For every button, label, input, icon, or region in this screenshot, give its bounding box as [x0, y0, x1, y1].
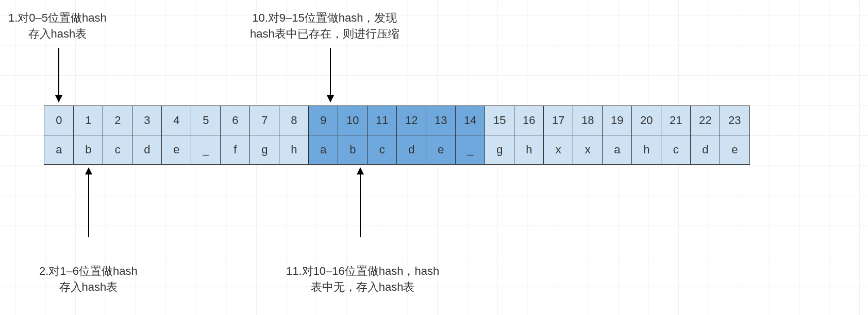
index-cell: 14	[455, 106, 486, 135]
annotation-10: 10.对9–15位置做hash，发现 hash表中已存在，则进行压缩	[250, 10, 399, 42]
index-cell: 7	[249, 106, 280, 135]
char-cell: h	[514, 135, 544, 165]
index-cell: 10	[338, 106, 368, 135]
hash-table: 01234567891011121314151617181920212223 a…	[44, 106, 749, 164]
char-cell: d	[132, 135, 162, 165]
index-cell: 9	[308, 106, 339, 135]
index-cell: 20	[631, 106, 662, 135]
index-cell: 17	[543, 106, 574, 135]
arrow-10	[330, 48, 331, 102]
arrow-11	[360, 168, 361, 237]
index-cell: 23	[720, 106, 750, 135]
index-cell: 18	[573, 106, 603, 135]
index-cell: 1	[73, 106, 104, 135]
char-cell: a	[602, 135, 632, 165]
annotation-10-line2: hash表中已存在，则进行压缩	[250, 26, 399, 42]
char-cell: g	[249, 135, 280, 165]
char-cell: c	[103, 135, 133, 165]
annotation-1: 1.对0–5位置做hash 存入hash表	[8, 10, 107, 42]
char-cell: e	[161, 135, 192, 165]
index-cell: 6	[220, 106, 251, 135]
index-cell: 2	[103, 106, 133, 135]
char-cell: b	[338, 135, 368, 165]
index-cell: 13	[426, 106, 456, 135]
char-cell: d	[690, 135, 721, 165]
annotation-1-line1: 1.对0–5位置做hash	[8, 10, 107, 26]
index-cell: 3	[132, 106, 162, 135]
index-cell: 21	[661, 106, 691, 135]
char-cell: e	[720, 135, 750, 165]
char-cell: c	[367, 135, 397, 165]
char-cell: h	[279, 135, 309, 165]
char-cell: d	[396, 135, 427, 165]
index-cell: 12	[396, 106, 427, 135]
char-cell: a	[44, 135, 74, 165]
index-cell: 15	[485, 106, 515, 135]
index-cell: 4	[161, 106, 192, 135]
annotation-10-line1: 10.对9–15位置做hash，发现	[250, 10, 399, 26]
index-cell: 22	[690, 106, 721, 135]
char-cell: a	[308, 135, 339, 165]
char-cell: x	[543, 135, 574, 165]
char-cell: h	[631, 135, 662, 165]
index-cell: 16	[514, 106, 544, 135]
char-cell: b	[73, 135, 104, 165]
char-cell: _	[191, 135, 221, 165]
index-cell: 8	[279, 106, 309, 135]
char-cell: c	[661, 135, 691, 165]
annotation-2-line2: 存入hash表	[39, 279, 138, 295]
arrow-2	[88, 168, 89, 237]
annotation-1-line2: 存入hash表	[8, 26, 107, 42]
char-cell: g	[485, 135, 515, 165]
index-row: 01234567891011121314151617181920212223	[44, 106, 749, 135]
char-cell: x	[573, 135, 603, 165]
index-cell: 11	[367, 106, 397, 135]
char-cell: _	[455, 135, 486, 165]
annotation-11-line2: 表中无，存入hash表	[286, 279, 439, 295]
index-cell: 0	[44, 106, 74, 135]
char-cell: f	[220, 135, 251, 165]
char-cell: e	[426, 135, 456, 165]
annotation-2: 2.对1–6位置做hash 存入hash表	[39, 264, 138, 295]
annotation-11-line1: 11.对10–16位置做hash，hash	[286, 264, 439, 279]
annotation-2-line1: 2.对1–6位置做hash	[39, 264, 138, 279]
index-cell: 5	[191, 106, 221, 135]
char-row: abcde_fghabcde_ghxxahcde	[44, 135, 749, 164]
annotation-11: 11.对10–16位置做hash，hash 表中无，存入hash表	[286, 264, 439, 295]
arrow-1	[58, 48, 59, 102]
index-cell: 19	[602, 106, 632, 135]
